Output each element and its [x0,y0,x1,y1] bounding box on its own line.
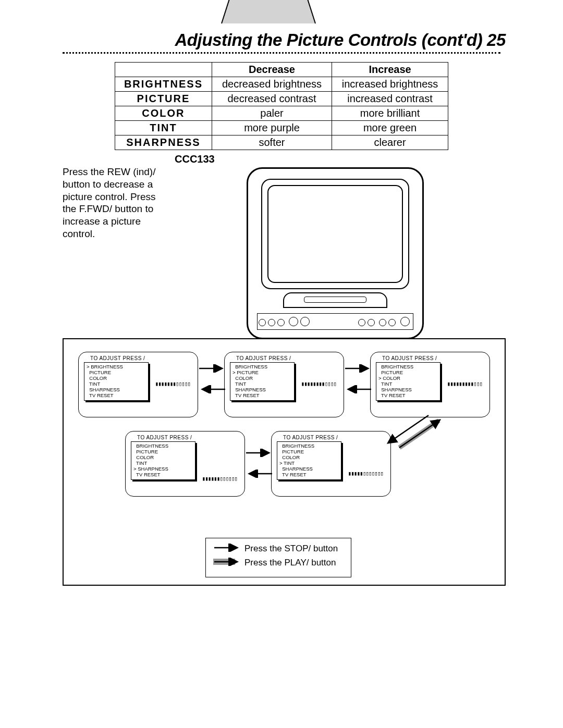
menu-item: TV RESET [378,393,438,399]
cell-inc: more brilliant [332,106,448,121]
cell-inc: clearer [332,135,448,150]
arrow-right-icon [199,364,225,373]
table-row: COLOR paler more brilliant [115,106,448,121]
cell-inc: increased contrast [332,92,448,106]
menu-item: TV RESET [279,472,339,478]
row-label: TINT [115,121,212,135]
table-row: SHARPNESS softer clearer [115,135,448,150]
osd-header: TO ADJUST PRESS / [90,355,192,361]
svg-line-2 [268,0,315,23]
row-label: COLOR [115,106,212,121]
diagram-panel: TO ADJUST PRESS / BRIGHTNESS PICTURE COL… [63,338,506,586]
cell-dec: more purple [212,121,332,135]
osd-menu: BRIGHTNESS PICTURE COLOR TINT SHARPNESS … [376,362,440,401]
th-blank [115,63,212,77]
th-increase: Increase [332,63,448,77]
menu-item: SHARPNESS [378,387,438,393]
osd-screen-2: TO ADJUST PRESS / BRIGHTNESS PICTURE COL… [224,352,344,417]
cell-dec: paler [212,106,332,121]
osd-header: TO ADJUST PRESS / [236,355,338,361]
svg-line-1 [222,0,268,23]
arrow-right-thick-icon [213,558,241,566]
level-bar: ▮▮▮▮▮▮▮▮▮▯▯▯ [447,380,482,387]
arrow-right-icon [213,544,241,552]
legend-box: Press the STOP/ button Press the PLAY/ b… [205,538,351,577]
osd-header: TO ADJUST PRESS / [137,435,239,440]
instructions-text: Press the REW (ind)/ button to decrease … [63,153,169,344]
osd-menu: BRIGHTNESS PICTURE COLOR TINT SHARPNESS … [84,362,149,401]
osd-menu: BRIGHTNESS PICTURE COLOR TINT SHARPNESS … [230,362,295,401]
osd-screen-5: TO ADJUST PRESS / BRIGHTNESS PICTURE COL… [271,431,391,497]
osd-header: TO ADJUST PRESS / [283,435,385,440]
arrow-right-icon [246,449,272,457]
osd-menu: BRIGHTNESS PICTURE COLOR TINT SHARPNESS … [131,441,195,480]
level-bar: ▮▮▮▮▮▮▮▯▯▯▯▯ [155,380,190,387]
menu-item: SHARPNESS [232,387,292,393]
row-label: SHARPNESS [115,135,212,150]
cell-dec: softer [212,135,332,150]
menu-item: TV RESET [87,393,146,399]
th-decrease: Decrease [212,63,332,77]
legend-stop: Press the STOP/ button [244,544,338,554]
level-bar: ▮▮▮▮▮▯▯▯▯▯▯▯ [348,470,383,477]
cell-inc: more green [332,121,448,135]
level-bar: ▮▮▮▮▮▮▮▮▯▯▯▯ [301,380,336,387]
cell-dec: decreased brightness [212,77,332,92]
osd-menu: BRIGHTNESS PICTURE COLOR TINT SHARPNESS … [277,441,341,480]
tv-illustration [247,167,424,344]
svg-marker-0 [222,0,315,23]
osd-screen-4: TO ADJUST PRESS / BRIGHTNESS PICTURE COL… [125,431,245,497]
menu-item: SHARPNESS [133,466,193,472]
row-label: PICTURE [115,92,212,106]
table-row: PICTURE decreased contrast increased con… [115,92,448,106]
table-row: TINT more purple more green [115,121,448,135]
page-title: Adjusting the Picture Controls (cont'd) … [63,30,506,50]
controls-table: Decrease Increase BRIGHTNESS decreased b… [115,62,448,150]
arrow-diag-up-icon [393,417,445,454]
svg-line-11 [399,421,439,448]
legend-play: Press the PLAY/ button [244,558,336,568]
menu-item: TV RESET [232,393,292,399]
cell-dec: decreased contrast [212,92,332,106]
row-label: BRIGHTNESS [115,77,212,92]
table-row: BRIGHTNESS decreased brightness increase… [115,77,448,92]
arrow-right-icon [345,364,371,373]
model-number: CCC133 [175,153,500,165]
arrow-left-icon [345,385,371,393]
osd-header: TO ADJUST PRESS / [382,355,484,361]
osd-screen-3: TO ADJUST PRESS / BRIGHTNESS PICTURE COL… [370,352,490,417]
cell-inc: increased brightness [332,77,448,92]
arrow-left-icon [199,385,225,393]
level-bar: ▮▮▮▮▮▮▯▯▯▯▯▯ [202,475,237,482]
menu-item: SHARPNESS [279,466,339,472]
menu-item: TV RESET [133,472,193,478]
menu-item: SHARPNESS [87,387,146,393]
divider-dotted [63,52,500,55]
osd-screen-1: TO ADJUST PRESS / BRIGHTNESS PICTURE COL… [78,352,198,417]
arrow-left-icon [246,470,272,478]
